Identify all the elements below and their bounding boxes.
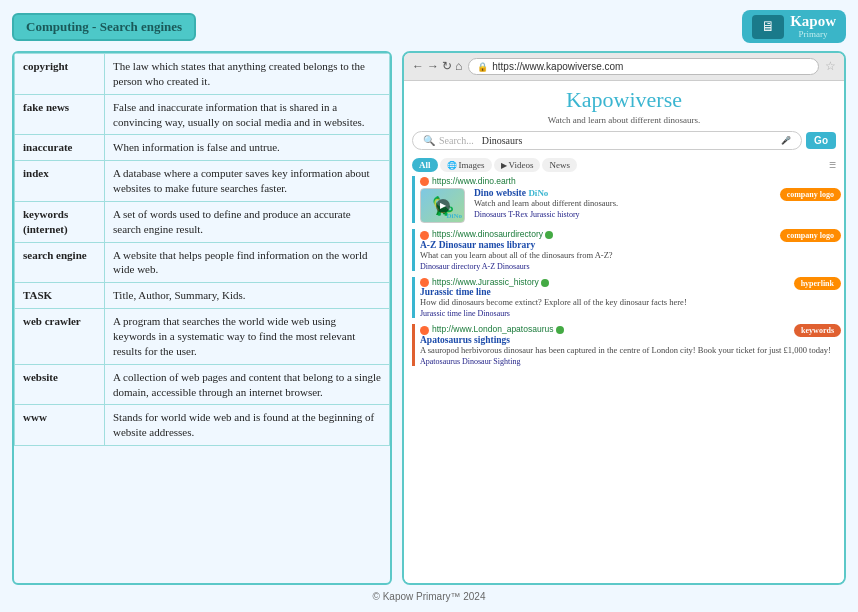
result-url[interactable]: https://www.dinosaurdirectory: [432, 229, 543, 239]
vocab-def: A website that helps people find informa…: [105, 242, 390, 283]
vocab-def: Stands for world wide web and is found a…: [105, 405, 390, 446]
nav-buttons: ← → ↻ ⌂: [412, 59, 462, 74]
result-tags: Apatosaurus Dinosaur Sighting: [420, 357, 836, 366]
result-desc: What can you learn about all of the dino…: [420, 250, 836, 261]
result-url[interactable]: http://www.London_apatosaurus: [432, 324, 553, 334]
search-box[interactable]: 🔍 Search... Dinosaurs 🎤: [412, 131, 802, 150]
info-icon: [420, 177, 429, 186]
vocab-row: keywords (internet)A set of words used t…: [15, 201, 390, 242]
info-icon: [420, 278, 429, 287]
bookmark-icon[interactable]: ☆: [825, 59, 836, 74]
result-desc: How did dinosaurs become extinct? Explor…: [420, 297, 836, 308]
result-item: https://www.dinosaurdirectory A-Z Dinosa…: [412, 229, 836, 270]
vocab-def: When information is false and untrue.: [105, 135, 390, 161]
vocab-row: inaccurateWhen information is false and …: [15, 135, 390, 161]
page-header: Computing - Search engines 🖥 Kapow Prima…: [12, 10, 846, 43]
tab-videos[interactable]: ▶ Videos: [494, 158, 541, 172]
result-title[interactable]: Apatosaurus sightings: [420, 335, 836, 345]
result-tags: Jurassic time line Dinosaurs: [420, 309, 836, 318]
info-icon: [420, 326, 429, 335]
result-item: http://www.London_apatosaurus Apatosauru…: [412, 324, 836, 365]
vocab-row: copyrightThe law which states that anyth…: [15, 54, 390, 95]
company-logo-callout: company logo: [780, 188, 841, 201]
vocab-term: search engine: [15, 242, 105, 283]
result-item: https://www.Jurassic_history Jurassic ti…: [412, 277, 836, 318]
vocab-term: TASK: [15, 283, 105, 309]
refresh-icon[interactable]: ↻: [442, 59, 452, 74]
vocab-row: websiteA collection of web pages and con…: [15, 364, 390, 405]
browser-toolbar: ← → ↻ ⌂ 🔒 https://www.kapowiverse.com ☆: [404, 53, 844, 81]
url-text: https://www.kapowiverse.com: [492, 61, 623, 72]
tab-images[interactable]: 🌐 Images: [440, 158, 492, 172]
go-button[interactable]: Go: [806, 132, 836, 149]
page-icon: ☰: [829, 161, 836, 170]
company-logo-callout: company logo: [780, 229, 841, 242]
vocab-def: False and inaccurate information that is…: [105, 94, 390, 135]
vocab-term: copyright: [15, 54, 105, 95]
result-tags: Dinosaurs T-Rex Jurassic history: [474, 210, 618, 219]
kapow-logo: 🖥 Kapow Primary: [742, 10, 846, 43]
vocab-def: The law which states that anything creat…: [105, 54, 390, 95]
result-desc: A sauropod herbivorous dinosaur has been…: [420, 345, 836, 356]
result-tags: Dinosaur directory A-Z Dinosaurs: [420, 262, 836, 271]
search-area: 🔍 Search... Dinosaurs 🎤 Go search bar: [412, 131, 836, 150]
tab-news[interactable]: News: [542, 158, 577, 172]
results-area: https://www.dino.earth 🦕▶ DiNo Dino webs…: [412, 176, 836, 366]
vocab-def: A set of words used to define and produc…: [105, 201, 390, 242]
video-thumbnail[interactable]: 🦕▶ DiNo: [420, 188, 465, 223]
site-title: Kapowiverse: [412, 87, 836, 113]
result-url[interactable]: https://www.dino.earth: [432, 176, 516, 186]
home-icon[interactable]: ⌂: [455, 59, 462, 74]
vocab-def: A program that searches the world wide w…: [105, 309, 390, 365]
logo-sub: Primary: [790, 29, 836, 39]
vocab-def: A collection of web pages and content th…: [105, 364, 390, 405]
footer: © Kapow Primary™ 2024: [12, 591, 846, 602]
vocab-term: web crawler: [15, 309, 105, 365]
main-content: copyrightThe law which states that anyth…: [12, 51, 846, 585]
vocab-row: fake newsFalse and inaccurate informatio…: [15, 94, 390, 135]
vocab-term: index: [15, 161, 105, 202]
verified-icon: [541, 279, 549, 287]
play-button[interactable]: ▶: [436, 199, 450, 213]
search-row: 🔍 Search... Dinosaurs 🎤 Go: [412, 131, 836, 150]
result-title[interactable]: Jurassic time line: [420, 287, 836, 297]
result-title[interactable]: A-Z Dinosaur names library: [420, 240, 836, 250]
vocab-row: search engineA website that helps people…: [15, 242, 390, 283]
vocab-term: inaccurate: [15, 135, 105, 161]
vocab-row: wwwStands for world wide web and is foun…: [15, 405, 390, 446]
info-icon: [420, 231, 429, 240]
vocab-term: keywords (internet): [15, 201, 105, 242]
vocab-row: TASKTitle, Author, Summary, Kids.: [15, 283, 390, 309]
vocab-def: A database where a computer saves key in…: [105, 161, 390, 202]
browser-body: Kapowiverse Watch and learn about differ…: [404, 81, 844, 583]
logo-name: Kapow: [790, 14, 836, 29]
search-placeholder: Search...: [439, 135, 474, 146]
result-title[interactable]: Dino website DiNo: [474, 188, 618, 198]
vocab-row: web crawlerA program that searches the w…: [15, 309, 390, 365]
tab-all[interactable]: All: [412, 158, 438, 172]
nav-tabs: All 🌐 Images ▶ Videos News ☰: [412, 158, 836, 172]
lock-icon: 🔒: [477, 62, 488, 72]
dino-logo-small: DiNo: [446, 212, 462, 220]
url-bar[interactable]: 🔒 https://www.kapowiverse.com: [468, 58, 819, 75]
search-mic-icon: 🎤: [781, 136, 791, 145]
vocab-def: Title, Author, Summary, Kids.: [105, 283, 390, 309]
page-title: Computing - Search engines: [12, 13, 196, 41]
browser-panel: ← → ↻ ⌂ 🔒 https://www.kapowiverse.com ☆ …: [402, 51, 846, 585]
verified-icon: [545, 231, 553, 239]
forward-icon[interactable]: →: [427, 59, 439, 74]
vocab-table: copyrightThe law which states that anyth…: [12, 51, 392, 585]
result-url[interactable]: https://www.Jurassic_history: [432, 277, 539, 287]
hyperlink-callout: hyperlink: [794, 277, 841, 290]
back-icon[interactable]: ←: [412, 59, 424, 74]
keywords-callout: keywords: [794, 324, 841, 337]
verified-icon: [556, 326, 564, 334]
vocab-term: website: [15, 364, 105, 405]
result-item: https://www.dino.earth 🦕▶ DiNo Dino webs…: [412, 176, 836, 223]
search-value: Dinosaurs: [482, 135, 523, 146]
vocab-term: www: [15, 405, 105, 446]
result-desc: Watch and learn about different dinosaur…: [474, 198, 618, 209]
site-subtitle: Watch and learn about different dinosaur…: [412, 115, 836, 125]
vocab-term: fake news: [15, 94, 105, 135]
logo-icon: 🖥: [752, 15, 784, 39]
